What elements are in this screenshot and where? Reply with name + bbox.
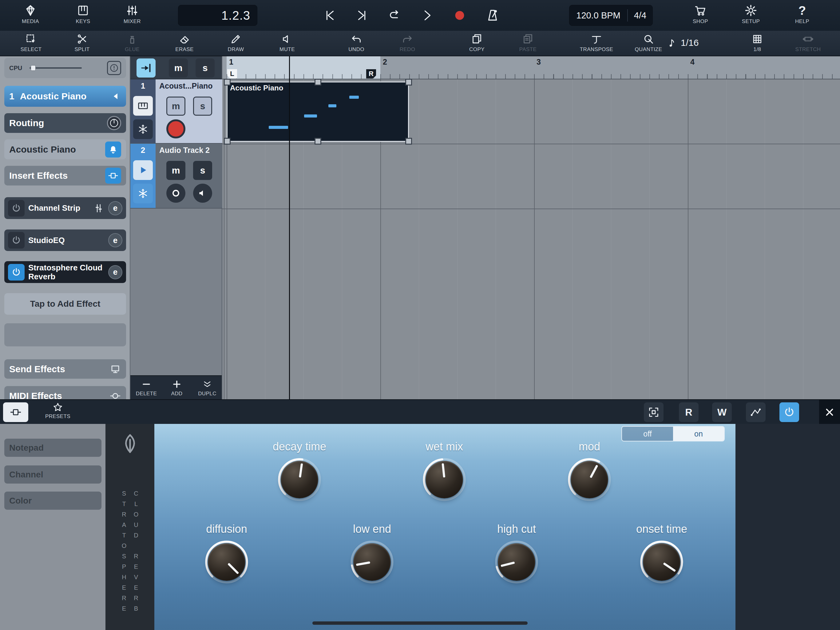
loop-button[interactable] xyxy=(385,6,405,25)
selection-handle[interactable] xyxy=(314,79,321,85)
master-solo-button[interactable]: s xyxy=(196,59,215,78)
go-to-start-button[interactable] xyxy=(320,6,339,25)
effect-power-button[interactable] xyxy=(8,200,25,217)
undo-button[interactable]: UNDO xyxy=(333,32,379,52)
effect-tab[interactable] xyxy=(3,402,28,422)
selection-handle[interactable] xyxy=(224,79,231,85)
instrument-type-button[interactable] xyxy=(133,96,153,116)
freeze-button[interactable] xyxy=(133,184,153,203)
selection-handle[interactable] xyxy=(405,79,412,85)
midi-note[interactable] xyxy=(349,96,359,99)
track-inspector-header[interactable]: 1 Acoustic Piano xyxy=(4,86,126,107)
midi-clip[interactable]: Acoustic Piano xyxy=(227,82,409,142)
delete-track-button[interactable]: DELETE xyxy=(132,378,161,397)
tool-select[interactable]: SELECT xyxy=(8,32,54,52)
freeze-button[interactable] xyxy=(133,119,153,139)
auto-scroll-button[interactable] xyxy=(136,59,156,78)
grid-value-button[interactable]: 1/8 xyxy=(734,32,780,52)
sidebar-item-notepad[interactable]: Notepad xyxy=(4,438,101,457)
cpu-slider[interactable] xyxy=(30,67,82,69)
tool-stretch[interactable]: STRETCH xyxy=(785,32,831,52)
shop-button[interactable]: SHOP xyxy=(679,3,722,25)
playhead[interactable] xyxy=(289,56,290,399)
midi-note[interactable] xyxy=(304,114,317,117)
effect-slot-3-selected[interactable]: Stratosphere Cloud Reverb e xyxy=(4,261,126,283)
redo-button[interactable]: REDO xyxy=(384,32,431,52)
tool-mute[interactable]: MUTE xyxy=(264,32,310,52)
mod-knob[interactable] xyxy=(566,456,613,503)
plugin-power-button[interactable] xyxy=(779,402,799,422)
add-track-button[interactable]: ADD xyxy=(162,378,191,397)
solo-button[interactable]: s xyxy=(193,161,212,180)
fullscreen-button[interactable] xyxy=(644,402,663,422)
tool-glue[interactable]: GLUE xyxy=(109,32,155,52)
record-arm-button[interactable] xyxy=(166,119,185,138)
presets-tab[interactable]: PRESETS xyxy=(39,402,76,419)
send-effects-header[interactable]: Send Effects xyxy=(4,359,126,379)
help-button[interactable]: ? HELP xyxy=(781,3,824,25)
home-indicator[interactable] xyxy=(313,621,527,625)
edit-effect-button[interactable]: e xyxy=(108,233,122,247)
media-button[interactable]: MEDIA xyxy=(9,3,52,25)
master-mute-button[interactable]: m xyxy=(169,59,188,78)
selection-handle[interactable] xyxy=(224,138,231,144)
audio-track-type-button[interactable] xyxy=(133,160,153,180)
toggle-off-option[interactable]: off xyxy=(622,427,673,441)
tempo-display[interactable]: 120.0 BPM 4/4 xyxy=(569,5,653,26)
solo-button[interactable]: s xyxy=(193,97,212,116)
midi-note[interactable] xyxy=(328,104,336,108)
wet-mix-knob[interactable] xyxy=(421,456,467,503)
midi-effects-header[interactable]: MIDI Effects xyxy=(4,386,126,399)
empty-effect-slot[interactable] xyxy=(4,323,126,347)
duplicate-track-button[interactable]: DUPLC xyxy=(193,378,222,397)
quantize-value-display[interactable]: 1/16 xyxy=(667,38,699,48)
play-button[interactable] xyxy=(417,6,437,25)
mixer-button[interactable]: MIXER xyxy=(111,3,154,25)
metronome-button[interactable] xyxy=(483,6,502,25)
high-cut-knob[interactable] xyxy=(494,539,540,585)
track-header-1[interactable]: 1 Acoust...Piano m s xyxy=(130,79,222,144)
selection-handle[interactable] xyxy=(314,138,321,144)
track-header-2[interactable]: 2 Audio Track 2 m s xyxy=(130,144,222,209)
mute-button[interactable]: m xyxy=(166,161,185,180)
effect-slot-1[interactable]: Channel Strip e xyxy=(4,197,126,219)
routing-panel[interactable]: Routing xyxy=(4,113,126,133)
tap-to-add-effect-button[interactable]: Tap to Add Effect xyxy=(4,293,126,315)
tool-split[interactable]: SPLIT xyxy=(59,32,105,52)
close-panel-button[interactable] xyxy=(819,400,840,424)
keys-button[interactable]: KEYS xyxy=(62,3,104,25)
automation-write-button[interactable]: W xyxy=(712,402,732,422)
record-arm-button[interactable] xyxy=(166,184,185,203)
automation-read-button[interactable]: R xyxy=(679,402,699,422)
monitor-button[interactable] xyxy=(193,184,212,203)
effect-power-button[interactable] xyxy=(8,264,25,280)
diffusion-knob[interactable] xyxy=(204,539,249,585)
setup-button[interactable]: SETUP xyxy=(729,3,772,25)
transpose-button[interactable]: TRANSPOSE xyxy=(573,32,619,52)
go-to-end-button[interactable] xyxy=(352,6,372,25)
routing-button[interactable] xyxy=(746,402,766,422)
tool-erase[interactable]: ERASE xyxy=(161,32,208,52)
tool-draw[interactable]: DRAW xyxy=(213,32,259,52)
paste-button[interactable]: PASTE xyxy=(505,32,551,52)
toggle-on-option[interactable]: on xyxy=(673,427,724,441)
copy-button[interactable]: COPY xyxy=(454,32,500,52)
edit-effect-button[interactable]: e xyxy=(108,265,122,279)
insert-effects-header[interactable]: Insert Effects xyxy=(4,166,126,185)
quantize-button[interactable]: QUANTIZE xyxy=(625,32,671,52)
position-display[interactable]: 1.2.3 xyxy=(178,5,257,26)
midi-note[interactable] xyxy=(269,126,288,129)
instrument-panel[interactable]: Acoustic Piano xyxy=(4,139,126,159)
sidebar-item-channel[interactable]: Channel xyxy=(4,465,101,484)
low-end-knob[interactable] xyxy=(349,539,395,585)
cpu-slider-handle[interactable] xyxy=(31,65,36,71)
timeline-ruler[interactable]: 1 2 3 4 L R xyxy=(222,56,840,79)
cpu-warning-button[interactable] xyxy=(107,61,121,75)
record-button[interactable] xyxy=(450,6,469,25)
effect-slot-2[interactable]: StudioEQ e xyxy=(4,230,126,251)
arrange-area[interactable]: 1 2 3 4 L R Acoustic Piano xyxy=(222,56,840,399)
effect-power-button[interactable] xyxy=(8,232,25,249)
onset-time-knob[interactable] xyxy=(639,539,685,585)
selection-handle[interactable] xyxy=(405,138,412,144)
mute-button[interactable]: m xyxy=(166,97,185,116)
